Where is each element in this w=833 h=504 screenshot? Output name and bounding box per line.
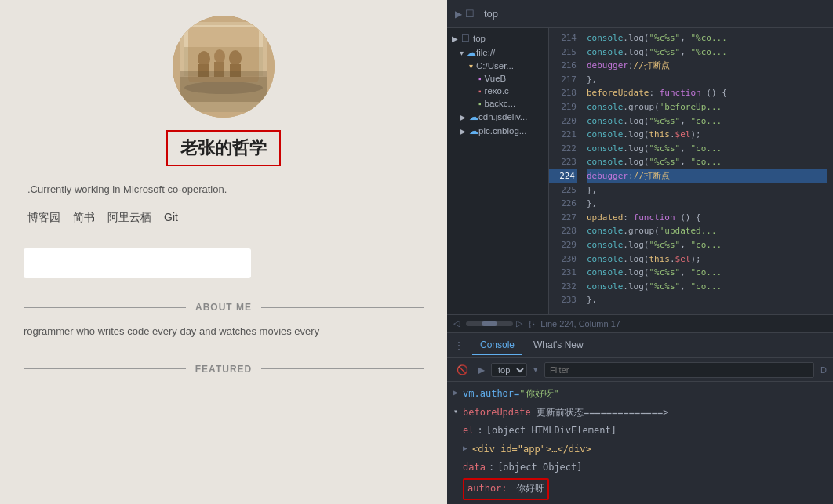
tree-item-pic[interactable]: ▶ ☁ pic.cnblog... bbox=[447, 124, 548, 138]
tab-console[interactable]: Console bbox=[472, 336, 522, 355]
svg-rect-2 bbox=[184, 25, 263, 76]
expand-arrow-before[interactable]: ▾ bbox=[453, 404, 458, 419]
arrow-icon: ▶ bbox=[452, 34, 458, 43]
tree-item-cdn[interactable]: ▶ ☁ cdn.jsdeliv... bbox=[447, 110, 548, 124]
svg-rect-1 bbox=[180, 22, 267, 81]
links-container: 博客园 简书 阿里云栖 Git bbox=[24, 211, 424, 225]
tree-item-cuser[interactable]: ▾ C:/User... bbox=[447, 60, 548, 72]
avatar bbox=[173, 16, 275, 118]
code-content: console.log("%c%s", "%co... console.log(… bbox=[580, 28, 833, 314]
devtools-panel: ▶ ☐ top ▶ ☐ top ▾ ☁ file:// ▾ C:/User...… bbox=[447, 0, 833, 504]
console-line-vm: ▶ vm.author="你好呀" bbox=[453, 385, 827, 404]
expand-arrow-vm[interactable]: ▶ bbox=[453, 386, 458, 400]
svg-rect-5 bbox=[198, 64, 209, 78]
execute-icon: ▶ bbox=[478, 364, 485, 375]
data-key: data bbox=[463, 459, 486, 477]
link-bokeyuan[interactable]: 博客园 bbox=[27, 211, 60, 225]
code-line-216: debugger;//打断点 bbox=[587, 59, 827, 73]
author-val: 你好呀 bbox=[516, 483, 544, 494]
file-icon-orange: ▪ bbox=[478, 87, 482, 96]
cloud-icon-3: ☁ bbox=[469, 125, 478, 136]
code-line-223: console.log("%c%s", "co... bbox=[587, 155, 827, 169]
top-frame-label: top bbox=[484, 8, 498, 20]
scroll-indicator[interactable] bbox=[466, 321, 513, 326]
code-area: 214 215 216 217 218 219 220 221 222 223 … bbox=[549, 28, 833, 314]
console-line-div: ▶ <div id="app">…</div> bbox=[463, 441, 827, 459]
svg-point-6 bbox=[214, 49, 225, 63]
featured-label: FEATURED bbox=[195, 364, 252, 375]
name-box: 老张的哲学 bbox=[166, 130, 281, 166]
status-bar: ◁ ▷ {} Line 224, Column 17 bbox=[447, 314, 833, 332]
dots-icon: ⋮ bbox=[453, 339, 464, 352]
svg-point-11 bbox=[184, 82, 263, 94]
code-line-232: console.log("%c%s", "co... bbox=[587, 280, 827, 294]
featured-line-left bbox=[24, 368, 186, 369]
svg-rect-9 bbox=[230, 64, 241, 78]
link-aliyun[interactable]: 阿里云栖 bbox=[107, 211, 151, 225]
tree-item-top[interactable]: ▶ ☐ top bbox=[447, 31, 548, 45]
filter-input[interactable] bbox=[544, 362, 814, 378]
scroll-thumb bbox=[482, 321, 497, 326]
code-line-221: console.log(this.$el); bbox=[587, 128, 827, 142]
tree-label-5: rexo.c bbox=[485, 86, 509, 96]
code-line-218: beforeUpdate: function () { bbox=[587, 86, 827, 100]
console-line-beforeupdate: ▾ beforeUpdate 更新前状态==============> bbox=[453, 404, 827, 422]
left-panel: 老张的哲学 .Currently working in Microsoft co… bbox=[0, 0, 447, 504]
frame-selector[interactable]: top bbox=[491, 363, 527, 377]
tree-item-vueb[interactable]: ▪ VueB bbox=[447, 72, 548, 85]
clear-console-button[interactable]: 🚫 bbox=[453, 363, 471, 377]
console-output: ▶ vm.author="你好呀" ▾ beforeUpdate 更新前状态==… bbox=[447, 382, 833, 504]
svg-rect-10 bbox=[180, 77, 267, 112]
avatar-container bbox=[24, 16, 424, 118]
data-sep: : bbox=[489, 459, 494, 477]
code-line-230: console.log(this.$el); bbox=[587, 252, 827, 267]
console-line-data: data : [object Object] bbox=[463, 459, 827, 477]
svg-rect-3 bbox=[184, 47, 263, 76]
search-input[interactable] bbox=[24, 248, 251, 278]
tree-item-file[interactable]: ▾ ☁ file:// bbox=[447, 45, 548, 60]
file-tree-panel[interactable]: ▶ ☐ top ▾ ☁ file:// ▾ C:/User... ▪ VueB … bbox=[447, 28, 549, 314]
vm-text: vm.author="你好呀" bbox=[463, 386, 559, 403]
code-line-220: console.log("%c%s", "co... bbox=[587, 114, 827, 129]
code-line-217: }, bbox=[587, 73, 827, 87]
title-line-right bbox=[261, 307, 424, 308]
console-line-el: el : [object HTMLDivElement] bbox=[463, 422, 827, 441]
code-line-227: updated: function () { bbox=[587, 211, 827, 225]
dropdown-arrow-icon: ▾ bbox=[533, 364, 538, 375]
tree-label-6: backc... bbox=[485, 99, 516, 108]
tree-label-3: C:/User... bbox=[476, 61, 514, 71]
tab-whats-new[interactable]: What's New bbox=[526, 336, 591, 355]
about-label: ABOUT ME bbox=[195, 302, 252, 313]
tree-label-2: file:// bbox=[476, 48, 495, 57]
link-git[interactable]: Git bbox=[164, 211, 178, 225]
svg-point-4 bbox=[198, 51, 210, 67]
avatar-art bbox=[173, 16, 275, 118]
expand-arrow-div[interactable]: ▶ bbox=[463, 441, 467, 455]
code-line-231: console.log("%c%s", "co... bbox=[587, 266, 827, 280]
featured-section-title: FEATURED bbox=[24, 364, 424, 375]
code-line-229: console.log("%c%s", "co... bbox=[587, 238, 827, 252]
code-line-233: }, bbox=[587, 293, 827, 307]
author-key: author: bbox=[467, 483, 507, 494]
featured-line-right bbox=[261, 368, 424, 369]
code-line-228: console.group('updated... bbox=[587, 224, 827, 238]
code-line-225: }, bbox=[587, 183, 827, 198]
div-element-text: <div id="app">…</div> bbox=[472, 441, 591, 459]
link-jianshu[interactable]: 简书 bbox=[73, 211, 95, 225]
description: .Currently working in Microsoft co-opera… bbox=[24, 183, 424, 195]
svg-point-8 bbox=[229, 50, 242, 66]
code-panel: ▶ ☐ top ▾ ☁ file:// ▾ C:/User... ▪ VueB … bbox=[447, 28, 833, 314]
tree-label-4: VueB bbox=[485, 74, 507, 83]
el-key: el bbox=[463, 422, 474, 440]
code-line-214: console.log("%c%s", "%co... bbox=[587, 31, 827, 45]
tree-item-backc[interactable]: ▪ backc... bbox=[447, 97, 548, 110]
console-panel: ⋮ Console What's New 🚫 ▶ top ▾ D ▶ vm.au… bbox=[447, 332, 833, 504]
status-position: Line 224, Column 17 bbox=[540, 319, 620, 328]
el-sep: : bbox=[477, 422, 482, 440]
el-val: [object HTMLDivElement] bbox=[486, 422, 617, 440]
code-line-222: console.log("%c%s", "co... bbox=[587, 142, 827, 156]
arrow-icon-4: ▶ bbox=[460, 127, 466, 136]
tree-item-rexo[interactable]: ▪ rexo.c bbox=[447, 85, 548, 97]
console-tabs: ⋮ Console What's New bbox=[447, 333, 833, 358]
blog-name: 老张的哲学 bbox=[180, 136, 267, 160]
